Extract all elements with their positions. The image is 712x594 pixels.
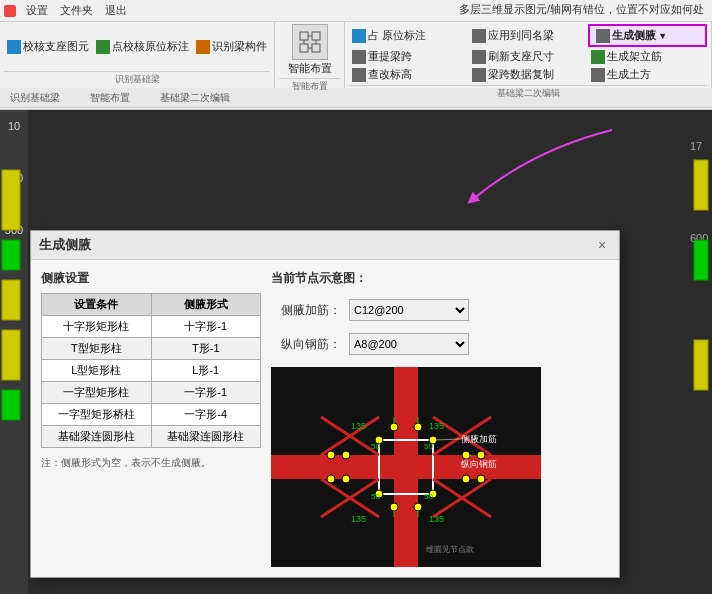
menu-files[interactable]: 文件夹 bbox=[56, 1, 97, 20]
label-identify-beam: 识别基础梁 bbox=[10, 91, 60, 105]
svg-point-33 bbox=[390, 423, 398, 431]
svg-text:50: 50 bbox=[371, 442, 380, 451]
btn-identify-beam[interactable]: 识别梁构件 bbox=[193, 24, 270, 69]
svg-rect-2 bbox=[300, 32, 308, 40]
check-mark-icon: 点 bbox=[96, 40, 110, 54]
table-header-type: 侧腋形式 bbox=[151, 294, 261, 316]
svg-rect-5 bbox=[312, 44, 320, 52]
btn-check-height[interactable]: 查改标高 bbox=[349, 66, 468, 83]
table-row[interactable]: L型矩形柱 L形-1 bbox=[42, 360, 261, 382]
btn-copy-span[interactable]: 梁跨数据复制 bbox=[469, 66, 588, 83]
table-row[interactable]: 一字型矩形柱 一字形-1 bbox=[42, 382, 261, 404]
refresh-size-icon bbox=[472, 50, 486, 64]
dialog-section-title: 侧腋设置 bbox=[41, 270, 261, 287]
svg-point-38 bbox=[414, 503, 422, 511]
svg-text:点: 点 bbox=[100, 44, 107, 52]
form-row-side-rebar: 侧腋加筋： C12@200 bbox=[271, 299, 609, 321]
node-diagram-label: 当前节点示意图： bbox=[271, 270, 609, 287]
btn-re-span[interactable]: 重提梁跨 bbox=[349, 48, 468, 65]
btn-check-support[interactable]: 校核支座图元 bbox=[4, 24, 92, 69]
group-identify-beam: 校核支座图元 点 点校核原位标注 识别梁构件 识别基础梁 bbox=[0, 22, 275, 88]
svg-point-34 bbox=[414, 423, 422, 431]
table-cell-type: 一字形-4 bbox=[151, 404, 261, 426]
btn-check-mark[interactable]: 点 点校核原位标注 bbox=[93, 24, 192, 69]
re-span-icon bbox=[352, 50, 366, 64]
btn-gen-arch-rebar[interactable]: 生成架立筋 bbox=[588, 48, 707, 65]
table-cell-condition: 一字型矩形柱 bbox=[42, 382, 152, 404]
group-beam-edit: 占 原位标注 应用到同名梁 生成侧腋 ▼ 重提梁跨 bbox=[345, 22, 712, 88]
svg-rect-11 bbox=[2, 240, 20, 270]
dialog-close-button[interactable]: × bbox=[593, 236, 611, 254]
canvas-area: 10 900 300 17 600 bbox=[0, 110, 712, 594]
toolbar: 多层三维显示图元/轴网有错位，位置不对应如何处 设置 文件夹 退出 校核支座图元 bbox=[0, 0, 712, 110]
toolbar-warning: 多层三维显示图元/轴网有错位，位置不对应如何处 bbox=[459, 2, 704, 17]
table-cell-type: T形-1 bbox=[151, 338, 261, 360]
pink-arrow-annotation bbox=[412, 120, 632, 223]
svg-point-39 bbox=[342, 451, 350, 459]
svg-text:135: 135 bbox=[351, 514, 366, 524]
svg-text:50: 50 bbox=[424, 442, 433, 451]
svg-point-43 bbox=[462, 451, 470, 459]
svg-text:135: 135 bbox=[429, 421, 444, 431]
table-row[interactable]: 基础梁连圆形柱 基础梁连圆形柱 bbox=[42, 426, 261, 448]
arch-rebar-icon bbox=[591, 50, 605, 64]
btn-original-mark[interactable]: 占 原位标注 bbox=[349, 24, 468, 47]
svg-text:维圆见节点款: 维圆见节点款 bbox=[426, 545, 474, 554]
side-rebar-select[interactable]: C12@200 bbox=[349, 299, 469, 321]
svg-rect-13 bbox=[2, 330, 20, 380]
cad-left-lines bbox=[0, 160, 28, 594]
table-cell-type: 一字形-1 bbox=[151, 382, 261, 404]
dialog-right-panel: 当前节点示意图： 侧腋加筋： C12@200 纵向钢筋： A8@200 bbox=[271, 270, 609, 567]
svg-rect-10 bbox=[2, 170, 20, 230]
gen-earthwork-icon bbox=[591, 68, 605, 82]
settings-table: 设置条件 侧腋形式 十字形矩形柱 十字形-1 T型矩形柱 T形-1 bbox=[41, 293, 261, 448]
dialog-left-panel: 侧腋设置 设置条件 侧腋形式 十字形矩形柱 十字形-1 bbox=[41, 270, 261, 567]
generate-side-icon bbox=[596, 29, 610, 43]
svg-rect-12 bbox=[2, 280, 20, 320]
dialog-body: 侧腋设置 设置条件 侧腋形式 十字形矩形柱 十字形-1 bbox=[31, 260, 619, 577]
original-mark-icon bbox=[352, 29, 366, 43]
dialog-generate-side: 生成侧腋 × 侧腋设置 设置条件 侧腋形式 十字形矩形柱 bbox=[30, 230, 620, 578]
table-note: 注：侧腋形式为空，表示不生成侧腋。 bbox=[41, 456, 261, 470]
table-row[interactable]: T型矩形柱 T形-1 bbox=[42, 338, 261, 360]
svg-text:50: 50 bbox=[371, 492, 380, 501]
menu-setup[interactable]: 设置 bbox=[22, 1, 52, 20]
table-cell-condition: T型矩形柱 bbox=[42, 338, 152, 360]
table-header-condition: 设置条件 bbox=[42, 294, 152, 316]
svg-text:135: 135 bbox=[429, 514, 444, 524]
dialog-title: 生成侧腋 bbox=[39, 236, 91, 254]
btn-refresh-size[interactable]: 刷新支座尺寸 bbox=[469, 48, 588, 65]
table-row[interactable]: 一字型矩形桥柱 一字形-4 bbox=[42, 404, 261, 426]
cad-right-lines bbox=[692, 140, 712, 594]
group-smart-layout: 智能布置 智能布置 bbox=[275, 22, 345, 88]
svg-rect-15 bbox=[694, 160, 708, 210]
table-cell-type: L形-1 bbox=[151, 360, 261, 382]
long-rebar-select[interactable]: A8@200 bbox=[349, 333, 469, 355]
svg-rect-4 bbox=[300, 44, 308, 52]
btn-apply-same[interactable]: 应用到同名梁 bbox=[469, 24, 588, 47]
btn-generate-side[interactable]: 生成侧腋 ▼ bbox=[588, 24, 707, 47]
svg-text:侧腋加筋: 侧腋加筋 bbox=[461, 434, 497, 444]
smart-layout-icon bbox=[292, 24, 328, 60]
table-cell-condition: 一字型矩形桥柱 bbox=[42, 404, 152, 426]
copy-span-icon bbox=[472, 68, 486, 82]
table-row[interactable]: 十字形矩形柱 十字形-1 bbox=[42, 316, 261, 338]
check-height-icon bbox=[352, 68, 366, 82]
menu-exit[interactable]: 退出 bbox=[101, 1, 131, 20]
long-rebar-label: 纵向钢筋： bbox=[271, 336, 341, 353]
btn-gen-earthwork[interactable]: 生成土方 bbox=[588, 66, 707, 83]
svg-text:135: 135 bbox=[351, 421, 366, 431]
svg-rect-21 bbox=[394, 367, 418, 567]
svg-text:纵向钢筋: 纵向钢筋 bbox=[461, 459, 497, 469]
svg-rect-17 bbox=[694, 340, 708, 390]
svg-point-37 bbox=[390, 503, 398, 511]
svg-point-45 bbox=[477, 451, 485, 459]
side-rebar-label: 侧腋加筋： bbox=[271, 302, 341, 319]
identify-beam-icon bbox=[196, 40, 210, 54]
smart-layout-label-btn[interactable]: 智能布置 bbox=[288, 61, 332, 76]
label-beam-edit: 基础梁二次编辑 bbox=[160, 91, 230, 105]
left-num-1: 10 bbox=[8, 120, 20, 132]
group-beam-edit-label: 基础梁二次编辑 bbox=[349, 85, 707, 100]
group-smart-layout-label: 智能布置 bbox=[279, 78, 340, 93]
svg-point-46 bbox=[477, 475, 485, 483]
